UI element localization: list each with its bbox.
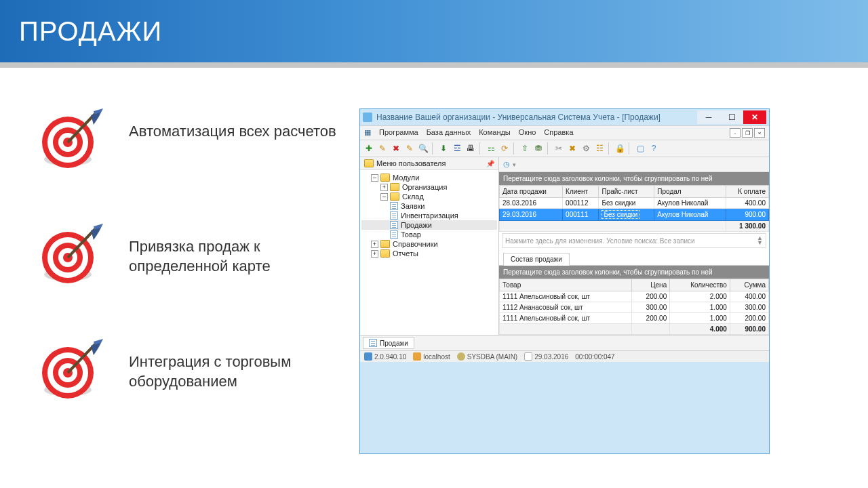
menu-program[interactable]: Программа	[379, 128, 418, 138]
tree-refs[interactable]: +Справочники	[361, 239, 497, 249]
doc-icon	[369, 339, 377, 347]
add-icon[interactable]: ✚	[363, 142, 375, 155]
target-icon	[41, 339, 108, 400]
tree-inventory[interactable]: Инвентаризация	[361, 211, 497, 220]
tree-requests[interactable]: Заявки	[361, 201, 497, 211]
group-hint-sales[interactable]: Перетащите сюда заголовок колонки, чтобы…	[499, 172, 769, 185]
status-version: 2.0.940.10	[374, 353, 406, 361]
server-icon	[413, 352, 421, 361]
filter-icon[interactable]: ⛃	[532, 142, 545, 155]
menu-database[interactable]: База данных	[427, 128, 471, 138]
refresh-icon[interactable]: ⟳	[498, 142, 511, 155]
mdi-minimize[interactable]: -	[730, 128, 741, 138]
close-button[interactable]: ✕	[743, 110, 766, 124]
tree-org[interactable]: +Организация	[361, 182, 497, 192]
bullet-1: Автоматизация всех расчетов	[41, 108, 353, 169]
gear-icon[interactable]: ⚙	[580, 142, 592, 155]
main-toolbar: ✚ ✎ ✖ ✎ 🔍 ⬇ ☲ 🖶 ⚏ ⟳ ⇧ ⛃ ✂ ✖ ⚙ ☷ 🔒 ▢ ?	[360, 140, 769, 157]
window-icon[interactable]: ▢	[634, 142, 646, 155]
dcol-qty[interactable]: Количество	[670, 279, 730, 291]
col-amount[interactable]: К оплате	[726, 186, 769, 198]
settings-icon[interactable]: ✖	[566, 142, 578, 155]
dcol-sum[interactable]: Сумма	[730, 279, 768, 291]
sales-row[interactable]: 28.03.2016 000112 Без скидки Акулов Нико…	[500, 198, 769, 209]
window-title: Название Вашей организации - Универсальн…	[376, 113, 697, 122]
detail-row[interactable]: 1112 Ананасовый сок, шт 300.00 1.000 300…	[500, 302, 769, 313]
view-icon[interactable]: ✎	[403, 142, 416, 155]
maximize-button[interactable]: ☐	[720, 110, 743, 124]
doc-tab-sales[interactable]: Продажи	[363, 337, 414, 349]
folder-icon	[364, 159, 374, 167]
sales-row-selected[interactable]: 29.03.2016 000111 Без скидки Акулов Нико…	[500, 209, 769, 221]
export-icon[interactable]: ⬇	[437, 142, 450, 155]
detail-tabs: Состав продажи	[499, 249, 769, 266]
info-icon	[364, 352, 372, 361]
dcol-price[interactable]: Цена	[632, 279, 670, 291]
tree-modules[interactable]: –Модули	[361, 173, 497, 182]
detail-row[interactable]: 1111 Апельсиновый сок, шт 200.00 2.000 4…	[500, 291, 769, 302]
titlebar[interactable]: Название Вашей организации - Универсальн…	[360, 109, 769, 125]
detail-toolbar: ◷ ▾	[499, 157, 769, 172]
bullet-text-2: Привязка продаж к определенной карте	[129, 224, 353, 276]
left-panel: Меню пользователя 📌 –Модули +Организация…	[360, 157, 499, 335]
mdi-close[interactable]: ×	[754, 128, 765, 138]
status-host: localhost	[423, 353, 450, 361]
target-icon	[41, 224, 108, 285]
preview-icon[interactable]: ☲	[451, 142, 463, 155]
delete-icon[interactable]: ✖	[390, 142, 402, 155]
clock-icon[interactable]: ◷	[503, 160, 510, 169]
col-client[interactable]: Клиент	[563, 186, 599, 198]
tree-goods[interactable]: Товар	[361, 230, 497, 239]
col-date[interactable]: Дата продажи	[500, 186, 563, 198]
right-panel: ◷ ▾ Перетащите сюда заголовок колонки, ч…	[499, 157, 769, 335]
group-hint-detail[interactable]: Перетащите сюда заголовок колонки, чтобы…	[499, 266, 769, 279]
user-icon	[457, 352, 465, 361]
scroll-arrows-icon[interactable]: ▲▼	[757, 236, 763, 245]
detail-row[interactable]: 1111 Апельсиновый сок, шт 200.00 1.000 2…	[500, 313, 769, 324]
menubar: ▦ Программа База данных Команды Окно Спр…	[360, 125, 769, 140]
app-window: Название Вашей организации - Универсальн…	[359, 108, 770, 454]
status-date: 29.03.2016	[534, 353, 568, 361]
bullet-text-1: Автоматизация всех расчетов	[129, 108, 336, 142]
status-user: SYSDBA (MAIN)	[467, 353, 517, 361]
lock-icon[interactable]: 🔒	[614, 142, 626, 155]
search-bar[interactable]: Нажмите здесь для изменения. Условие пои…	[502, 233, 766, 248]
tree-reports[interactable]: +Отчеты	[361, 249, 497, 258]
edit-icon[interactable]: ✎	[376, 142, 389, 155]
menu-help[interactable]: Справка	[544, 128, 573, 138]
tool-icon[interactable]: ✂	[553, 142, 565, 155]
group-icon[interactable]: ☷	[593, 142, 606, 155]
user-menu-header[interactable]: Меню пользователя 📌	[360, 157, 498, 170]
minimize-button[interactable]: ─	[697, 110, 720, 124]
dcol-name[interactable]: Товар	[500, 279, 632, 291]
document-tabs: Продажи	[360, 335, 769, 350]
tree-sales[interactable]: Продажи	[361, 220, 497, 230]
tree-warehouse[interactable]: –Склад	[361, 192, 497, 201]
target-icon	[41, 108, 108, 169]
col-pricelist[interactable]: Прайс-лист	[599, 186, 654, 198]
detail-total-sum: 900.00	[730, 324, 768, 335]
col-seller[interactable]: Продал	[654, 186, 726, 198]
help-icon[interactable]: ?	[648, 142, 660, 155]
bullet-2: Привязка продаж к определенной карте	[41, 224, 353, 285]
menu-window[interactable]: Окно	[519, 128, 536, 138]
menu-commands[interactable]: Команды	[479, 128, 511, 138]
detail-grid[interactable]: Товар Цена Количество Сумма 1111 Апельси…	[499, 279, 769, 335]
tab-sale-content[interactable]: Состав продажи	[503, 253, 570, 266]
bullet-text-3: Интеграция с торговым оборудованием	[129, 339, 353, 391]
print-icon[interactable]: 🖶	[465, 142, 477, 155]
slide-title: ПРОДАЖИ	[0, 0, 868, 68]
app-icon	[363, 113, 372, 122]
pin-icon[interactable]: 📌	[486, 160, 494, 167]
user-menu-label: Меню пользователя	[376, 159, 446, 167]
nav-tree: –Модули +Организация –Склад Заявки Инвен…	[360, 170, 498, 261]
status-time: 00:00:00:047	[575, 353, 614, 361]
mdi-restore[interactable]: ❐	[742, 128, 753, 138]
sales-grid[interactable]: Дата продажи Клиент Прайс-лист Продал К …	[499, 185, 769, 232]
bullet-3: Интеграция с торговым оборудованием	[41, 339, 353, 400]
sales-total: 1 300.00	[726, 221, 769, 232]
search-icon[interactable]: 🔍	[417, 142, 429, 155]
tree-view-icon[interactable]: ⚏	[485, 142, 497, 155]
import-icon[interactable]: ⇧	[519, 142, 531, 155]
statusbar: 2.0.940.10 localhost SYSDBA (MAIN) 29.03…	[360, 350, 769, 362]
